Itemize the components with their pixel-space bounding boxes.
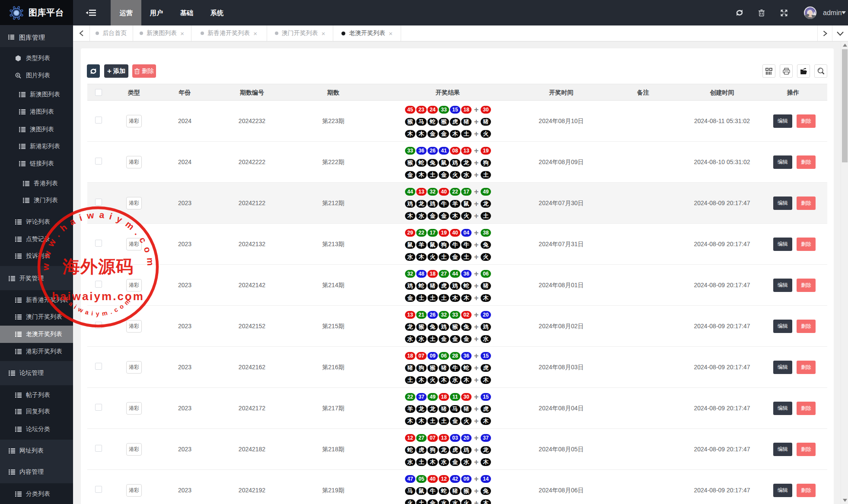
svg-text:海外源码: 海外源码 [62,257,134,276]
